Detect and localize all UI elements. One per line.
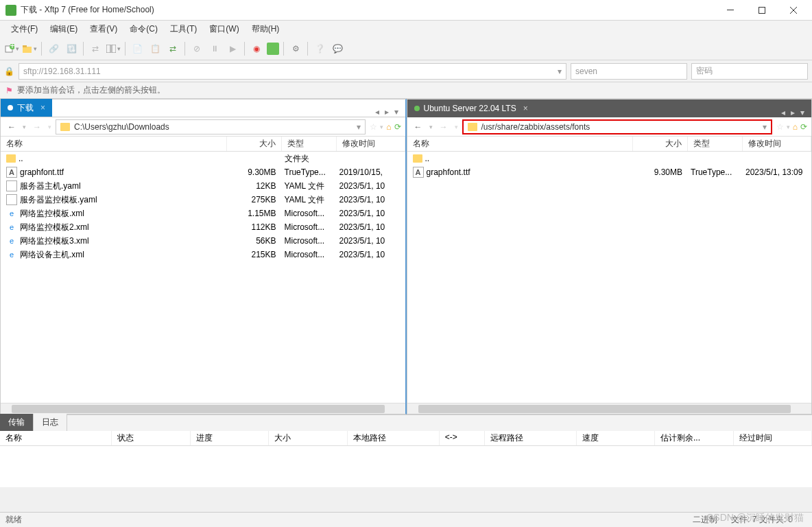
remote-file-header: 名称 大小 类型 修改时间 bbox=[407, 137, 812, 152]
file-row[interactable]: e网络设备主机.xml 215KB Microsoft... 2023/5/1,… bbox=[1, 248, 405, 261]
forward-icon[interactable]: → bbox=[437, 122, 451, 132]
col-name[interactable]: 名称 bbox=[1, 137, 227, 151]
parent-dir[interactable]: .. 文件夹 bbox=[1, 152, 405, 165]
yaml-file-icon bbox=[6, 194, 17, 205]
copy-icon[interactable]: 📄 bbox=[130, 41, 145, 56]
tcol-remote[interactable]: 远程路径 bbox=[485, 431, 577, 445]
tcol-remain[interactable]: 估计剩余... bbox=[655, 431, 734, 445]
tab-log[interactable]: 日志 bbox=[33, 413, 67, 431]
tab-close-icon[interactable]: × bbox=[523, 104, 528, 113]
link-icon[interactable]: 🔗 bbox=[46, 41, 61, 56]
brand-icon[interactable]: ◉ bbox=[249, 41, 264, 56]
file-row[interactable]: e网络监控模板.xml 1.15MB Microsoft... 2023/5/1… bbox=[1, 207, 405, 220]
tcol-local[interactable]: 本地路径 bbox=[348, 431, 440, 445]
chat-icon[interactable]: 💬 bbox=[330, 41, 345, 56]
col-type[interactable]: 类型 bbox=[282, 137, 337, 151]
titlebar: 下载 - Xftp 7 (Free for Home/School) bbox=[0, 0, 812, 21]
tab-prev-icon[interactable]: ◂ bbox=[375, 107, 379, 117]
address-input[interactable]: sftp://192.168.31.111▾ bbox=[19, 63, 566, 80]
reconnect-icon[interactable]: 🔃 bbox=[64, 41, 79, 56]
new-session-icon[interactable]: +▾ bbox=[4, 41, 19, 56]
local-file-list[interactable]: .. 文件夹 Agraphfont.ttf 9.30MB TrueType...… bbox=[1, 152, 405, 403]
hint-text: 要添加当前会话，点击左侧的箭头按钮。 bbox=[17, 84, 165, 96]
menu-edit[interactable]: 编辑(E) bbox=[45, 22, 83, 36]
transfer-icon[interactable]: ⇄ bbox=[165, 41, 180, 56]
split-icon[interactable]: ▾ bbox=[106, 41, 121, 56]
settings-icon[interactable]: ⚙ bbox=[288, 41, 303, 56]
bookmark-icon[interactable]: ☆ bbox=[370, 122, 377, 132]
back-icon[interactable]: ← bbox=[411, 122, 425, 132]
file-row[interactable]: 服务器主机.yaml 12KB YAML 文件 2023/5/1, 10 bbox=[1, 179, 405, 193]
tab-close-icon[interactable]: × bbox=[40, 103, 45, 113]
tab-next-icon[interactable]: ▸ bbox=[385, 107, 389, 117]
stop-icon[interactable]: ⊘ bbox=[189, 41, 204, 56]
col-size[interactable]: 大小 bbox=[633, 137, 688, 151]
refresh-icon[interactable]: ⟳ bbox=[800, 122, 807, 132]
tcol-status[interactable]: 状态 bbox=[112, 431, 191, 445]
minimize-button[interactable] bbox=[715, 0, 746, 21]
tcol-progress[interactable]: 进度 bbox=[191, 431, 270, 445]
menu-cmd[interactable]: 命令(C) bbox=[124, 22, 163, 36]
refresh-icon[interactable]: ⟳ bbox=[394, 122, 401, 132]
back-icon[interactable]: ← bbox=[5, 122, 19, 132]
tcol-speed[interactable]: 速度 bbox=[577, 431, 656, 445]
pause-icon[interactable]: ⏸ bbox=[207, 41, 222, 56]
local-path-input[interactable]: C:\Users\gzhu\Downloads ▾ bbox=[56, 119, 366, 134]
bookmark-icon[interactable]: ☆ bbox=[776, 122, 784, 132]
tab-ubuntu[interactable]: Ubuntu Server 22.04 LTS × bbox=[407, 99, 535, 117]
sync-icon[interactable]: ⇄ bbox=[88, 41, 103, 56]
menu-tools[interactable]: 工具(T) bbox=[165, 22, 202, 36]
svg-text:+: + bbox=[10, 43, 14, 51]
file-row[interactable]: Agraphfont.ttf 9.30MB TrueType... 2019/1… bbox=[1, 165, 405, 179]
statusbar: 就绪 二进制 文件: 7 文件夹: 0 bbox=[0, 512, 812, 527]
paste-icon[interactable]: 📋 bbox=[147, 41, 163, 56]
menu-view[interactable]: 查看(V) bbox=[84, 22, 123, 36]
remote-file-list[interactable]: .. Agraphfont.ttf 9.30MB TrueType... 202… bbox=[407, 152, 812, 403]
tcol-elapsed[interactable]: 经过时间 bbox=[734, 431, 813, 445]
password-input[interactable]: 密码 bbox=[691, 63, 808, 80]
local-file-header: 名称 大小 类型 修改时间 bbox=[1, 137, 405, 152]
tab-next-icon[interactable]: ▸ bbox=[791, 108, 795, 117]
home-icon[interactable]: ⌂ bbox=[793, 122, 798, 132]
col-date[interactable]: 修改时间 bbox=[743, 137, 811, 151]
file-row[interactable]: e网络监控模板2.xml 112KB Microsoft... 2023/5/1… bbox=[1, 220, 405, 234]
username-input[interactable]: seven bbox=[571, 63, 687, 80]
home-icon[interactable]: ⌂ bbox=[386, 122, 391, 132]
xml-file-icon: e bbox=[6, 249, 17, 260]
help-icon[interactable]: ❔ bbox=[312, 41, 327, 56]
hscrollbar[interactable] bbox=[1, 403, 405, 414]
remote-path-input[interactable]: /usr/share/zabbix/assets/fonts ▾ bbox=[462, 119, 772, 134]
file-row[interactable]: e网络监控模板3.xml 56KB Microsoft... 2023/5/1,… bbox=[1, 234, 405, 248]
app-green-icon[interactable] bbox=[267, 43, 279, 55]
local-tabstrip: 下载 × ◂ ▸ ▾ bbox=[1, 99, 405, 117]
tcol-size[interactable]: 大小 bbox=[269, 431, 348, 445]
tab-menu-icon[interactable]: ▾ bbox=[800, 108, 804, 117]
menu-file[interactable]: 文件(F) bbox=[5, 22, 43, 36]
hint-bar: ⚑ 要添加当前会话，点击左侧的箭头按钮。 bbox=[0, 82, 812, 99]
tab-downloads[interactable]: 下载 × bbox=[1, 99, 52, 117]
col-name[interactable]: 名称 bbox=[407, 137, 634, 151]
tab-menu-icon[interactable]: ▾ bbox=[394, 107, 398, 117]
remote-pane: Ubuntu Server 22.04 LTS × ◂ ▸ ▾ ←▾ →▾ /u… bbox=[407, 99, 813, 414]
col-size[interactable]: 大小 bbox=[227, 137, 282, 151]
open-folder-icon[interactable]: ▾ bbox=[22, 41, 37, 56]
folder-icon bbox=[413, 154, 422, 163]
forward-icon[interactable]: → bbox=[30, 122, 44, 132]
hscrollbar[interactable] bbox=[407, 403, 812, 414]
parent-dir[interactable]: .. bbox=[407, 152, 812, 165]
col-date[interactable]: 修改时间 bbox=[337, 137, 405, 151]
tab-prev-icon[interactable]: ◂ bbox=[781, 108, 785, 117]
file-row[interactable]: 服务器监控模板.yaml 275KB YAML 文件 2023/5/1, 10 bbox=[1, 193, 405, 207]
menu-window[interactable]: 窗口(W) bbox=[204, 22, 244, 36]
resume-icon[interactable]: ▶ bbox=[225, 41, 240, 56]
tcol-dir[interactable]: <-> bbox=[440, 431, 485, 445]
status-dot-icon bbox=[414, 106, 420, 111]
folder-icon bbox=[468, 123, 477, 131]
file-row[interactable]: Agraphfont.ttf 9.30MB TrueType... 2023/5… bbox=[407, 165, 812, 179]
tcol-name[interactable]: 名称 bbox=[0, 431, 112, 445]
menu-help[interactable]: 帮助(H) bbox=[246, 22, 285, 36]
maximize-button[interactable] bbox=[746, 0, 778, 21]
close-button[interactable] bbox=[778, 0, 809, 21]
tab-transfer[interactable]: 传输 bbox=[0, 414, 33, 431]
col-type[interactable]: 类型 bbox=[688, 137, 743, 151]
